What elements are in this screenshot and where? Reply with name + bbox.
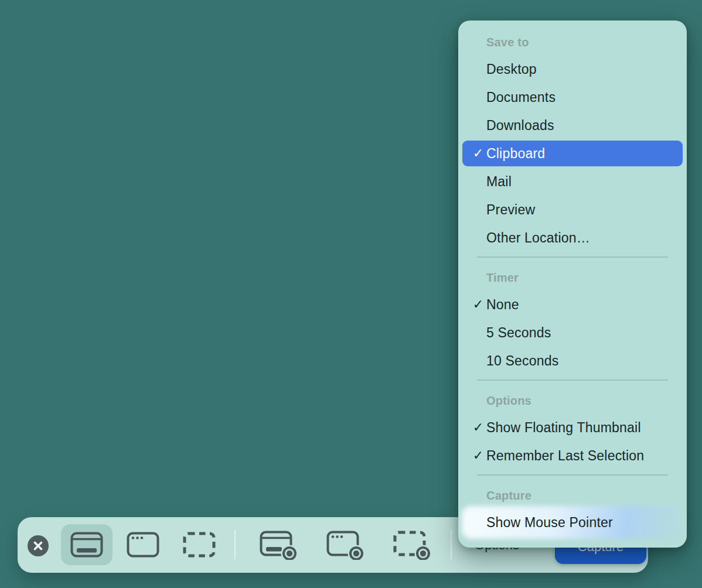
menu-item-label: None: [458, 297, 519, 313]
close-icon: [28, 535, 49, 556]
menu-divider: [477, 474, 668, 476]
window-record-icon: [326, 529, 365, 560]
menu-section-title-timer: Timer: [458, 265, 687, 290]
record-selected-window-button[interactable]: [313, 524, 378, 565]
menu-item-show-mouse-pointer[interactable]: Show Mouse Pointer: [458, 508, 687, 536]
menu-item-label: Mail: [458, 174, 512, 190]
menu-item-label: Downloads: [458, 118, 554, 134]
capture-selected-window-button[interactable]: [117, 524, 169, 565]
menu-item-desktop[interactable]: Desktop: [458, 55, 687, 83]
selection-icon: [183, 532, 216, 558]
menu-item-label: 5 Seconds: [458, 325, 551, 341]
menu-divider: [477, 380, 668, 381]
menu-item-none[interactable]: ✓None: [458, 290, 687, 319]
menu-item-label: Other Location…: [458, 230, 590, 246]
selection-record-icon: [393, 529, 432, 560]
options-menu-list: Save toDesktopDocumentsDownloads✓Clipboa…: [458, 29, 687, 536]
toolbar-divider: [451, 530, 452, 559]
menu-item-mail[interactable]: Mail: [458, 167, 687, 196]
menu-item-label: Desktop: [458, 61, 537, 77]
window-icon: [127, 532, 159, 558]
toolbar-divider: [234, 530, 236, 559]
record-selected-portion-button[interactable]: [380, 524, 445, 565]
menu-item-label: Documents: [458, 90, 556, 105]
options-menu: Save toDesktopDocumentsDownloads✓Clipboa…: [458, 20, 687, 548]
menu-section-title-options: Options: [458, 388, 687, 413]
menu-item-preview[interactable]: Preview: [458, 196, 687, 224]
screen-icon: [70, 532, 103, 558]
menu-item-label: Show Floating Thumbnail: [458, 420, 641, 436]
menu-item-label: Clipboard: [458, 146, 545, 162]
menu-section-title-capture: Capture: [458, 483, 687, 508]
menu-item-label: 10 Seconds: [458, 353, 558, 369]
close-button[interactable]: [28, 535, 49, 556]
capture-entire-screen-button[interactable]: [61, 524, 113, 565]
menu-item-show-floating-thumbnail[interactable]: ✓Show Floating Thumbnail: [458, 413, 687, 442]
menu-item-documents[interactable]: Documents: [458, 83, 687, 111]
capture-selected-portion-button[interactable]: [173, 524, 225, 565]
menu-item-label: Preview: [458, 202, 535, 218]
menu-item-label: Show Mouse Pointer: [458, 515, 613, 531]
menu-item-remember-last-selection[interactable]: ✓Remember Last Selection: [458, 442, 687, 470]
menu-item-other-location[interactable]: Other Location…: [458, 224, 687, 252]
screen-record-icon: [260, 529, 298, 560]
record-entire-screen-button[interactable]: [247, 524, 311, 565]
menu-section-title-save-to: Save to: [458, 29, 687, 55]
menu-item-clipboard[interactable]: ✓Clipboard: [458, 139, 687, 167]
menu-item-label: Remember Last Selection: [458, 448, 644, 464]
menu-item-downloads[interactable]: Downloads: [458, 111, 687, 139]
menu-item-5-seconds[interactable]: 5 Seconds: [458, 319, 687, 347]
menu-divider: [477, 257, 668, 258]
menu-item-10-seconds[interactable]: 10 Seconds: [458, 347, 687, 375]
